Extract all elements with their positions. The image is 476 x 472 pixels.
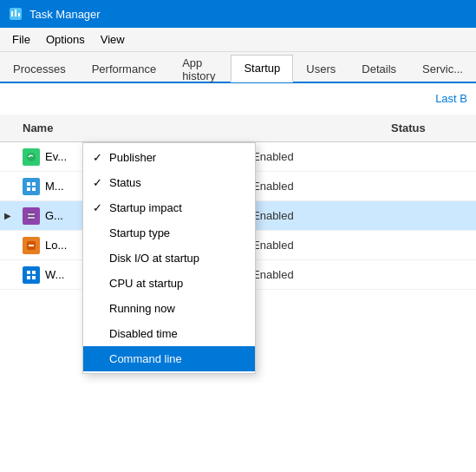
cell-status-lo: Enabled bbox=[245, 239, 332, 252]
window-title: Task Manager bbox=[29, 8, 101, 21]
svg-rect-8 bbox=[32, 187, 36, 191]
title-bar: Task Manager bbox=[0, 0, 476, 28]
cell-status-g: Enabled bbox=[245, 209, 332, 222]
last-bios-label: Last B bbox=[435, 92, 467, 105]
menu-bar: File Options View bbox=[0, 28, 476, 52]
svg-rect-2 bbox=[15, 10, 16, 16]
svg-rect-15 bbox=[32, 271, 36, 274]
row-name-w: W... bbox=[45, 268, 64, 281]
context-menu-label-startup-type: Startup type bbox=[109, 226, 241, 239]
lo-icon bbox=[25, 239, 37, 252]
context-menu-label-status: Status bbox=[109, 176, 241, 189]
col-header-name[interactable]: Name bbox=[16, 121, 128, 134]
context-menu-item-startup-impact[interactable]: ✓ Startup impact bbox=[83, 195, 255, 220]
svg-rect-7 bbox=[27, 187, 30, 191]
app-icon-ev bbox=[23, 148, 40, 166]
context-menu-label-diskio: Disk I/O at startup bbox=[109, 252, 241, 265]
tab-apphistory[interactable]: App history bbox=[169, 55, 231, 82]
tab-services[interactable]: Servic... bbox=[409, 55, 476, 82]
context-menu-label-cpu: CPU at startup bbox=[109, 277, 241, 290]
svg-point-4 bbox=[27, 153, 36, 161]
checkmark-startup-impact: ✓ bbox=[90, 201, 104, 214]
svg-rect-5 bbox=[27, 182, 30, 186]
menu-options[interactable]: Options bbox=[39, 30, 92, 49]
context-menu-item-commandline[interactable]: Command line bbox=[83, 346, 255, 371]
cell-status-ev: Enabled bbox=[245, 150, 332, 163]
svg-rect-6 bbox=[32, 182, 36, 186]
col-header-status[interactable]: Status bbox=[384, 121, 471, 134]
cell-status-w: Enabled bbox=[245, 268, 332, 281]
ev-icon bbox=[25, 151, 37, 163]
app-icon-w bbox=[23, 266, 40, 284]
row-name-g: G... bbox=[45, 209, 63, 222]
context-menu-item-publisher[interactable]: ✓ Publisher bbox=[83, 145, 255, 170]
app-icon-lo bbox=[23, 237, 40, 254]
app-icon-m bbox=[23, 178, 40, 195]
g-icon bbox=[25, 210, 37, 222]
context-menu-label-disabled-time: Disabled time bbox=[109, 327, 241, 340]
context-menu-item-startup-type[interactable]: Startup type bbox=[83, 220, 255, 246]
context-menu-item-diskio[interactable]: Disk I/O at startup bbox=[83, 246, 255, 271]
m-icon bbox=[25, 180, 37, 193]
menu-file[interactable]: File bbox=[5, 30, 37, 49]
svg-rect-1 bbox=[11, 11, 13, 16]
app-icon-g bbox=[23, 207, 40, 225]
svg-rect-17 bbox=[32, 276, 36, 279]
checkmark-publisher: ✓ bbox=[90, 151, 104, 164]
svg-point-9 bbox=[27, 212, 36, 220]
tab-bar: Processes Performance App history Startu… bbox=[0, 52, 476, 83]
context-menu-label-commandline: Command line bbox=[109, 352, 241, 365]
tab-startup[interactable]: Startup bbox=[231, 55, 293, 82]
svg-rect-3 bbox=[18, 13, 20, 16]
tab-performance[interactable]: Performance bbox=[79, 55, 169, 82]
menu-view[interactable]: View bbox=[94, 30, 132, 49]
tab-users[interactable]: Users bbox=[293, 55, 349, 82]
tab-processes[interactable]: Processes bbox=[0, 55, 79, 82]
svg-rect-14 bbox=[27, 271, 30, 274]
context-menu-item-disabled-time[interactable]: Disabled time bbox=[83, 321, 255, 346]
checkmark-status: ✓ bbox=[90, 176, 104, 189]
context-menu-item-cpu[interactable]: CPU at startup bbox=[83, 271, 255, 296]
w-icon bbox=[25, 269, 37, 281]
tab-details[interactable]: Details bbox=[349, 55, 409, 82]
row-name-ev: Ev... bbox=[45, 150, 67, 163]
context-menu-label-startup-impact: Startup impact bbox=[109, 201, 241, 214]
context-menu-item-running-now[interactable]: Running now bbox=[83, 296, 255, 321]
table-header: Name Publisher Status bbox=[0, 115, 476, 142]
content-area: Last B Name Publisher Status Ev... note … bbox=[0, 83, 476, 472]
context-menu: ✓ Publisher ✓ Status ✓ Startup impact St… bbox=[82, 142, 256, 374]
svg-rect-11 bbox=[28, 217, 35, 219]
svg-rect-13 bbox=[29, 245, 34, 246]
taskmanager-icon bbox=[9, 7, 23, 21]
svg-rect-16 bbox=[27, 276, 30, 279]
row-expand-arrow-active: ▶ bbox=[0, 211, 16, 220]
context-menu-label-running-now: Running now bbox=[109, 302, 241, 315]
row-name-lo: Lo... bbox=[45, 239, 67, 252]
cell-status-m: Enabled bbox=[245, 180, 332, 193]
context-menu-label-publisher: Publisher bbox=[109, 151, 241, 164]
row-name-m: M... bbox=[45, 180, 64, 193]
context-menu-item-status[interactable]: ✓ Status bbox=[83, 170, 255, 195]
svg-rect-10 bbox=[28, 213, 35, 215]
